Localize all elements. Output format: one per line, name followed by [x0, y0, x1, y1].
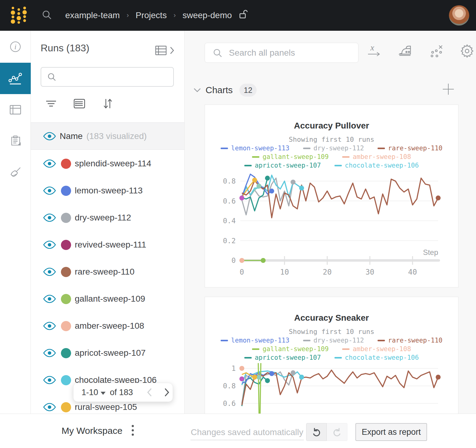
toggle-all-visibility-eye-icon[interactable]	[43, 132, 56, 141]
prev-page-button[interactable]	[146, 388, 153, 397]
breadcrumb-team[interactable]: example-team	[65, 10, 120, 20]
name-column-label: Name	[60, 131, 83, 141]
run-visibility-eye-icon[interactable]	[43, 321, 56, 331]
legend-line-swatch-icon	[342, 348, 350, 350]
run-visibility-eye-icon[interactable]	[43, 159, 56, 168]
run-color-dot	[61, 213, 71, 223]
run-visibility-eye-icon[interactable]	[43, 213, 56, 222]
runs-search-input[interactable]	[61, 72, 172, 82]
charts-section-header: Charts 12	[193, 82, 461, 98]
run-name-label[interactable]: apricot-sweep-107	[75, 348, 146, 358]
group-list-icon[interactable]	[73, 98, 86, 110]
settings-gear-icon[interactable]	[459, 43, 475, 60]
breadcrumb-project[interactable]: sweep-demo	[182, 10, 232, 20]
filter-icon[interactable]	[45, 99, 57, 110]
run-color-dot	[61, 240, 71, 250]
export-as-report-button[interactable]: Export as report	[355, 423, 427, 441]
run-row[interactable]: dry-sweep-112	[31, 204, 184, 231]
run-row[interactable]: revived-sweep-111	[31, 231, 184, 258]
run-row[interactable]: lemon-sweep-113	[31, 177, 184, 204]
chevron-down-icon[interactable]	[101, 392, 106, 395]
run-visibility-eye-icon[interactable]	[43, 186, 56, 195]
svg-text:20: 20	[323, 268, 332, 276]
run-name-label[interactable]: revived-sweep-111	[75, 240, 146, 250]
legend-item[interactable]: rare-sweep-110	[378, 145, 442, 152]
run-visibility-eye-icon[interactable]	[43, 402, 56, 412]
run-name-label[interactable]: rare-sweep-110	[75, 267, 134, 277]
legend-line-swatch-icon	[244, 165, 252, 166]
run-row[interactable]: splendid-sweep-114	[31, 150, 184, 177]
run-name-label[interactable]: gallant-sweep-109	[75, 294, 145, 304]
wandb-logo-icon[interactable]	[9, 5, 28, 26]
runs-list-header: Name (183 visualized)	[31, 122, 184, 150]
autosave-status-label: Changes saved automatically	[191, 427, 303, 440]
run-row[interactable]: rare-sweep-110	[31, 258, 184, 285]
legend-line-swatch-icon	[244, 357, 252, 359]
legend-item[interactable]: gallant-sweep-109	[252, 345, 329, 353]
workspace-name-label[interactable]: My Workspace	[62, 426, 122, 436]
run-color-dot	[61, 186, 71, 196]
legend-item[interactable]: lemon-sweep-113	[221, 337, 290, 344]
breadcrumb-projects[interactable]: Projects	[136, 10, 167, 20]
chart-plot[interactable]: 00.20.40.60.8Step010203040	[205, 166, 458, 286]
run-name-label[interactable]: dry-sweep-112	[75, 213, 131, 223]
run-visibility-eye-icon[interactable]	[43, 375, 56, 385]
tab-overview[interactable]: i	[0, 31, 31, 63]
svg-text:0.6: 0.6	[223, 197, 236, 205]
x-axis-settings-icon[interactable]: x	[367, 43, 383, 60]
legend-item[interactable]: dry-sweep-112	[303, 337, 364, 344]
chart-plot[interactable]: 10.80.6	[205, 360, 458, 415]
run-visibility-eye-icon[interactable]	[43, 294, 56, 303]
run-name-label[interactable]: splendid-sweep-114	[75, 159, 151, 168]
tab-logs[interactable]	[0, 125, 31, 157]
user-avatar[interactable]	[449, 5, 469, 26]
legend-item[interactable]: dry-sweep-112	[303, 145, 364, 152]
chart-panel-accuracy-pullover[interactable]: Accuracy PulloverShowing first 10 runsle…	[205, 105, 458, 287]
run-visibility-eye-icon[interactable]	[43, 240, 56, 249]
next-page-button[interactable]	[164, 388, 170, 397]
search-icon	[212, 48, 223, 58]
run-row[interactable]: gallant-sweep-109	[31, 285, 184, 312]
page-range-label[interactable]: 1-10	[82, 388, 98, 397]
run-visibility-eye-icon[interactable]	[43, 267, 56, 276]
svg-text:0.8: 0.8	[223, 382, 236, 390]
svg-text:0: 0	[231, 256, 236, 264]
legend-item[interactable]: amber-sweep-108	[342, 153, 411, 161]
run-name-label[interactable]: amber-sweep-108	[75, 321, 144, 331]
run-row[interactable]: apricot-sweep-107	[31, 339, 184, 367]
left-rail: i	[0, 31, 31, 414]
tab-charts[interactable]	[0, 63, 31, 94]
global-search-icon[interactable]	[41, 9, 52, 22]
workspace-menu-kebab-icon[interactable]	[132, 425, 134, 436]
smoothing-iron-icon[interactable]	[398, 44, 414, 60]
outliers-scatter-icon[interactable]	[429, 43, 444, 60]
redo-button[interactable]	[327, 423, 347, 441]
charts-section-label[interactable]: Charts	[206, 85, 233, 95]
run-color-dot	[61, 402, 71, 412]
svg-text:0.2: 0.2	[223, 237, 236, 245]
legend-item[interactable]: rare-sweep-110	[378, 337, 442, 344]
chevron-down-icon[interactable]	[193, 87, 201, 93]
legend-item[interactable]: amber-sweep-108	[342, 345, 411, 353]
run-name-label[interactable]: lemon-sweep-113	[75, 186, 143, 196]
runs-count-title: Runs (183)	[41, 42, 89, 54]
open-runs-table-button[interactable]	[154, 44, 174, 57]
unlock-icon	[239, 9, 248, 22]
svg-text:1: 1	[231, 364, 236, 372]
legend-item[interactable]: lemon-sweep-113	[221, 145, 290, 152]
legend-line-swatch-icon	[252, 348, 259, 350]
tab-table[interactable]	[0, 94, 31, 125]
add-panel-button[interactable]	[442, 82, 455, 97]
svg-text:0: 0	[240, 268, 244, 276]
visualized-count-label: (183 visualized)	[86, 131, 147, 141]
panel-search-box	[205, 43, 358, 63]
tab-sweeps-broom[interactable]	[0, 157, 31, 188]
run-row[interactable]: amber-sweep-108	[31, 312, 184, 339]
legend-item[interactable]: gallant-sweep-109	[252, 153, 329, 161]
chart-subtitle: Showing first 10 runs	[205, 328, 458, 335]
run-visibility-eye-icon[interactable]	[43, 348, 56, 358]
panel-search-input[interactable]	[229, 48, 346, 58]
undo-button[interactable]	[306, 423, 327, 441]
sort-icon[interactable]	[102, 98, 114, 111]
run-name-label[interactable]: rural-sweep-105	[75, 402, 137, 412]
